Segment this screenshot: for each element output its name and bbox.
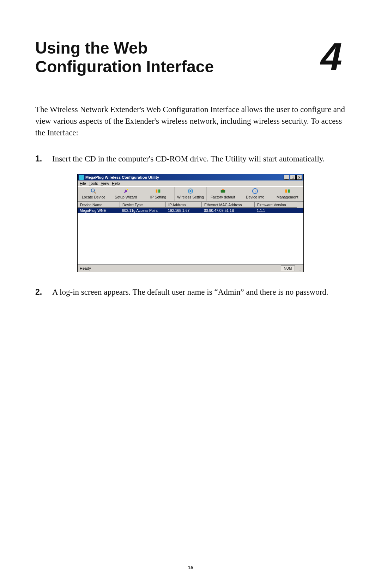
cell-mac-address: 00:90:47:09:51:1B bbox=[202, 208, 255, 213]
tool-label: Locate Device bbox=[82, 195, 105, 199]
minimize-button[interactable]: _ bbox=[284, 175, 289, 180]
svg-point-0 bbox=[91, 189, 95, 192]
info-icon: i bbox=[252, 188, 258, 194]
titlebar: MegaPlug Wireless Configuration Utility … bbox=[78, 174, 303, 180]
chapter-heading: Using the Web Configuration Interface 4 bbox=[35, 39, 346, 76]
intro-paragraph: The Wireless Network Extender's Web Conf… bbox=[35, 104, 346, 139]
tool-locate-device[interactable]: Locate Device bbox=[78, 187, 110, 201]
chapter-title-line1: Using the Web bbox=[35, 39, 148, 57]
column-header[interactable]: Device Name bbox=[78, 202, 120, 208]
column-header[interactable]: Ethernet MAC Address bbox=[202, 202, 255, 208]
magnifier-icon bbox=[90, 188, 97, 194]
chapter-title: Using the Web Configuration Interface bbox=[35, 39, 214, 76]
menu-file[interactable]: File bbox=[80, 181, 86, 185]
svg-rect-3 bbox=[156, 190, 158, 193]
svg-rect-7 bbox=[220, 190, 225, 193]
page-number: 15 bbox=[0, 564, 381, 570]
chapter-number: 4 bbox=[321, 39, 342, 74]
tool-ip-setting[interactable]: IP Setting bbox=[142, 187, 175, 201]
cell-firmware: 1.1.1 bbox=[255, 208, 297, 213]
window-title: MegaPlug Wireless Configuration Utility bbox=[85, 175, 159, 179]
num-lock-indicator: NUM bbox=[281, 265, 295, 271]
svg-text:i: i bbox=[255, 189, 256, 193]
app-icon bbox=[79, 175, 84, 180]
cell-device-type: 802.11g Access Point bbox=[120, 208, 166, 213]
tool-label: Wireless Setting bbox=[177, 195, 204, 199]
cell-device-name: MegaPlug WNE bbox=[78, 208, 120, 213]
svg-point-6 bbox=[189, 190, 191, 192]
step-2: 2. A log-in screen appears. The default … bbox=[35, 286, 346, 298]
step-text: A log-in screen appears. The default use… bbox=[52, 286, 346, 298]
step-number: 2. bbox=[35, 286, 45, 298]
wireless-icon bbox=[187, 188, 194, 194]
step-1: 1. Insert the CD in the computer's CD-RO… bbox=[35, 153, 346, 165]
ip-setting-icon bbox=[155, 188, 161, 194]
column-header[interactable]: IP Address bbox=[166, 202, 202, 208]
tool-wireless-setting[interactable]: Wireless Setting bbox=[175, 187, 207, 201]
cell-ip-address: 192.168.1.67 bbox=[166, 208, 202, 213]
menu-tools[interactable]: Tools bbox=[89, 181, 98, 185]
tool-setup-wizard[interactable]: Setup Wizard bbox=[110, 187, 143, 201]
chapter-title-line2: Configuration Interface bbox=[35, 57, 214, 76]
step-number: 1. bbox=[35, 153, 45, 165]
svg-marker-8 bbox=[222, 189, 224, 190]
factory-default-icon bbox=[220, 188, 226, 194]
status-text: Ready bbox=[80, 266, 91, 270]
close-button[interactable]: ✕ bbox=[296, 175, 302, 180]
svg-rect-11 bbox=[285, 190, 287, 193]
tool-label: Setup Wizard bbox=[115, 195, 137, 199]
tool-label: IP Setting bbox=[150, 195, 166, 199]
step-text: Insert the CD in the computer's CD-ROM d… bbox=[52, 153, 346, 165]
svg-rect-12 bbox=[288, 190, 290, 193]
tool-label: Management bbox=[277, 195, 298, 199]
svg-line-1 bbox=[94, 192, 96, 194]
tool-factory-default[interactable]: Factory default bbox=[207, 187, 239, 201]
management-icon bbox=[284, 188, 291, 194]
tool-label: Device Info bbox=[246, 195, 265, 199]
tool-management[interactable]: Management bbox=[271, 187, 303, 201]
tool-device-info[interactable]: i Device Info bbox=[239, 187, 272, 201]
menu-help[interactable]: Help bbox=[112, 181, 120, 185]
menubar: File Tools View Help bbox=[78, 180, 303, 186]
toolbar: Locate Device Setup Wizard IP Setting bbox=[78, 186, 303, 202]
window-controls: _ □ ✕ bbox=[284, 175, 302, 180]
menu-view[interactable]: View bbox=[101, 181, 109, 185]
maximize-button[interactable]: □ bbox=[290, 175, 296, 180]
column-header[interactable]: Firmware Version bbox=[255, 202, 297, 208]
device-list[interactable]: MegaPlug WNE 802.11g Access Point 192.16… bbox=[78, 208, 303, 264]
list-header: Device Name Device Type IP Address Ether… bbox=[78, 202, 303, 208]
svg-rect-4 bbox=[158, 190, 160, 193]
tool-label: Factory default bbox=[211, 195, 235, 199]
column-header[interactable]: Device Type bbox=[120, 202, 166, 208]
utility-window: MegaPlug Wireless Configuration Utility … bbox=[77, 174, 304, 272]
table-row[interactable]: MegaPlug WNE 802.11g Access Point 192.16… bbox=[78, 208, 303, 213]
statusbar: Ready NUM bbox=[78, 264, 303, 272]
resize-grip[interactable] bbox=[296, 266, 301, 271]
screenshot-container: MegaPlug Wireless Configuration Utility … bbox=[35, 174, 346, 272]
wizard-icon bbox=[123, 188, 129, 194]
svg-point-2 bbox=[127, 189, 128, 191]
